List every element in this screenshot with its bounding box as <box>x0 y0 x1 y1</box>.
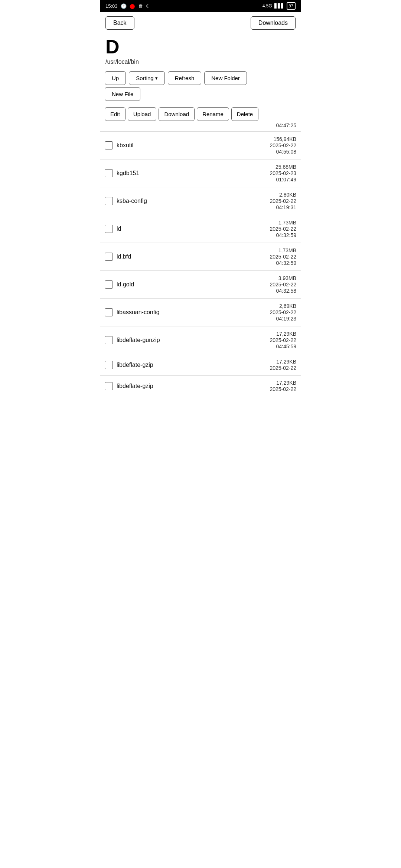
file-checkbox[interactable] <box>105 169 113 177</box>
file-name: kbxutil <box>117 142 266 149</box>
file-checkbox[interactable] <box>105 253 113 261</box>
file-row: ksba-config2,80KB2025-02-2204:19:31 <box>100 187 301 215</box>
file-time: 04:32:58 <box>276 288 297 294</box>
sorting-button[interactable]: Sorting ▾ <box>129 71 165 85</box>
up-button[interactable]: Up <box>105 71 126 85</box>
file-time: 04:32:59 <box>276 260 297 266</box>
file-date: 2025-02-22 <box>270 254 296 260</box>
file-size: 25,68MB <box>276 164 296 170</box>
file-size: 2,69KB <box>279 303 296 309</box>
file-size: 17,29KB <box>276 331 296 337</box>
file-meta: 2,69KB2025-02-2204:19:23 <box>270 303 296 322</box>
file-checkbox[interactable] <box>105 336 113 344</box>
file-size: 1,73MB <box>278 247 296 253</box>
file-meta: 2,80KB2025-02-2204:19:31 <box>270 192 296 210</box>
file-row: libdeflate-gunzip17,29KB2025-02-2204:45:… <box>100 326 301 354</box>
file-row: kbxutil156,94KB2025-02-2204:55:08 <box>100 131 301 160</box>
file-name: ld.bfd <box>117 253 266 260</box>
file-row: kgdb15125,68MB2025-02-2301:07:49 <box>100 160 301 187</box>
file-size: 2,80KB <box>279 192 296 198</box>
file-meta: 3,93MB2025-02-2204:32:58 <box>270 275 296 294</box>
alarm-icon: 🕐 <box>121 3 127 9</box>
file-meta: 17,29KB2025-02-22 <box>270 359 296 371</box>
file-time: 04:55:08 <box>276 149 297 155</box>
file-size: 156,94KB <box>274 136 297 142</box>
file-date: 2025-02-22 <box>270 337 296 343</box>
toolbar-row1: Up Sorting ▾ Refresh New Folder <box>100 69 301 87</box>
file-date: 2025-02-22 <box>270 198 296 204</box>
file-list: kbxutil156,94KB2025-02-2204:55:08kgdb151… <box>100 131 301 376</box>
edit-button[interactable]: Edit <box>105 107 125 121</box>
file-row: libassuan-config2,69KB2025-02-2204:19:23 <box>100 299 301 326</box>
first-item-time: 04:47:25 <box>100 122 301 131</box>
file-row: libdeflate-gzip17,29KB2025-02-22 <box>100 354 301 376</box>
file-time: 04:19:23 <box>276 316 297 322</box>
file-date: 2025-02-22 <box>270 282 296 287</box>
new-file-button[interactable]: New File <box>105 87 140 101</box>
trash-icon: 🗑 <box>138 3 143 9</box>
file-checkbox[interactable] <box>105 141 113 149</box>
file-meta: 156,94KB2025-02-2204:55:08 <box>270 136 296 155</box>
file-checkbox[interactable] <box>105 361 113 369</box>
page-letter: D <box>100 34 301 58</box>
file-name: ld.gold <box>117 281 266 288</box>
file-checkbox[interactable] <box>105 197 113 205</box>
file-date: 2025-02-23 <box>270 170 296 176</box>
file-name: ld <box>117 226 266 232</box>
file-checkbox[interactable] <box>105 280 113 289</box>
file-time: 04:45:59 <box>276 343 297 349</box>
breadcrumb: /usr/local/bin <box>100 58 301 69</box>
file-meta: 17,29KB2025-02-2204:45:59 <box>270 331 296 349</box>
file-meta: 25,68MB2025-02-2301:07:49 <box>270 164 296 183</box>
file-meta: 1,73MB2025-02-2204:32:59 <box>270 220 296 238</box>
partial-checkbox[interactable] <box>105 382 113 390</box>
upload-button[interactable]: Upload <box>128 107 157 121</box>
partial-file-date: 2025-02-22 <box>270 386 296 392</box>
file-size: 1,73MB <box>278 220 296 226</box>
file-checkbox[interactable] <box>105 308 113 316</box>
download-button[interactable]: Download <box>159 107 195 121</box>
file-name: libassuan-config <box>117 309 266 316</box>
vodafone-icon: ⬤ <box>130 3 135 9</box>
file-date: 2025-02-22 <box>270 309 296 315</box>
partial-file-name: libdeflate-gzip <box>117 383 266 389</box>
file-size: 17,29KB <box>276 359 296 365</box>
refresh-button[interactable]: Refresh <box>168 71 202 85</box>
chevron-down-icon: ▾ <box>155 75 158 81</box>
file-time: 04:32:59 <box>276 232 297 238</box>
downloads-button[interactable]: Downloads <box>251 16 296 30</box>
time: 15:03 <box>105 3 118 9</box>
nav-bar: Back Downloads <box>100 12 301 34</box>
network-label: 4.5G <box>263 3 272 9</box>
new-folder-button[interactable]: New Folder <box>204 71 247 85</box>
file-time: 04:19:31 <box>276 204 297 210</box>
file-meta: 1,73MB2025-02-2204:32:59 <box>270 247 296 266</box>
file-row: ld.bfd1,73MB2025-02-2204:32:59 <box>100 243 301 271</box>
status-bar: 15:03 🕐 ⬤ 🗑 ☾ 4.5G ▋▋▋ 97 <box>100 0 301 12</box>
file-size: 3,93MB <box>278 275 296 281</box>
file-name: libdeflate-gzip <box>117 362 266 368</box>
action-bar: Edit Upload Download Rename Delete <box>100 104 301 122</box>
partial-file-size: 17,29KB <box>276 380 296 386</box>
file-row: ld.gold3,93MB2025-02-2204:32:58 <box>100 271 301 299</box>
file-date: 2025-02-22 <box>270 226 296 232</box>
file-date: 2025-02-22 <box>270 142 296 148</box>
battery-indicator: 97 <box>287 2 296 10</box>
partial-file-row: libdeflate-gzip 17,29KB 2025-02-22 <box>100 376 301 396</box>
file-checkbox[interactable] <box>105 225 113 233</box>
back-button[interactable]: Back <box>105 16 134 30</box>
moon-icon: ☾ <box>146 3 150 9</box>
toolbar-row2: New File <box>100 87 301 104</box>
file-date: 2025-02-22 <box>270 365 296 371</box>
file-name: libdeflate-gunzip <box>117 337 266 343</box>
delete-button[interactable]: Delete <box>231 107 258 121</box>
signal-icon: ▋▋▋ <box>274 3 284 9</box>
file-time: 01:07:49 <box>276 177 297 183</box>
file-row: ld1,73MB2025-02-2204:32:59 <box>100 215 301 243</box>
file-name: ksba-config <box>117 198 266 204</box>
file-name: kgdb151 <box>117 170 266 177</box>
rename-button[interactable]: Rename <box>197 107 229 121</box>
